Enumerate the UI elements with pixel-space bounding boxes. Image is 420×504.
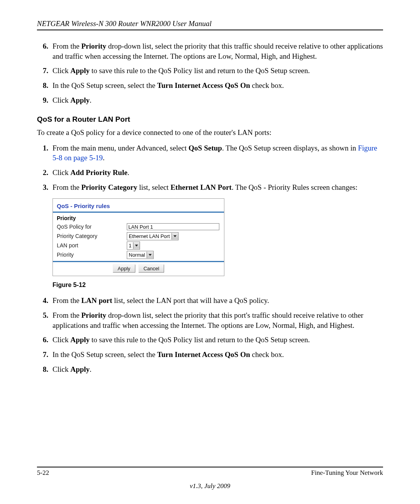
qos-panel: QoS - Priority rules Priority QoS Policy… bbox=[52, 198, 224, 276]
list-item: Click Apply. bbox=[50, 95, 383, 105]
chevron-down-icon[interactable] bbox=[133, 242, 140, 249]
cancel-button[interactable]: Cancel bbox=[138, 264, 164, 273]
header-title: NETGEAR Wireless-N 300 Router WNR2000 Us… bbox=[37, 19, 212, 28]
section-heading: QoS for a Router LAN Port bbox=[37, 115, 383, 124]
list-item: From the main menu, under Advanced, sele… bbox=[50, 143, 383, 163]
footer-chapter: Fine-Tuning Your Network bbox=[311, 469, 383, 477]
footer-version: v1.3, July 2009 bbox=[37, 482, 383, 490]
qos-subheading: Priority bbox=[57, 215, 220, 221]
apply-button[interactable]: Apply bbox=[113, 264, 136, 273]
footer-rule bbox=[37, 467, 383, 467]
select-lan-port-value: 1 bbox=[127, 243, 133, 248]
figure-5-12: QoS - Priority rules Priority QoS Policy… bbox=[52, 198, 383, 289]
list-item: Click Apply to save this rule to the QoS… bbox=[50, 66, 383, 76]
qos-panel-header: QoS - Priority rules bbox=[53, 199, 224, 213]
label-qos-policy-for: QoS Policy for bbox=[57, 224, 127, 230]
list-item: Click Add Priority Rule. bbox=[50, 168, 383, 178]
qos-panel-title: QoS - Priority rules bbox=[57, 203, 110, 209]
select-priority-value: Normal bbox=[127, 252, 147, 258]
upper-ordered-list: From the Priority drop-down list, select… bbox=[37, 41, 383, 105]
row-priority-category: Priority Category Ethernet LAN Port bbox=[57, 231, 220, 241]
chevron-down-icon[interactable] bbox=[147, 252, 153, 258]
page-footer: 5-22 Fine-Tuning Your Network v1.3, July… bbox=[37, 467, 383, 490]
mid-ordered-list: From the main menu, under Advanced, sele… bbox=[37, 143, 383, 192]
label-priority: Priority bbox=[57, 252, 127, 258]
row-lan-port: LAN port 1 bbox=[57, 241, 220, 250]
list-item: From the LAN port list, select the LAN p… bbox=[50, 296, 383, 306]
page-header: NETGEAR Wireless-N 300 Router WNR2000 Us… bbox=[37, 19, 383, 30]
label-lan-port: LAN port bbox=[57, 242, 127, 248]
input-qos-policy-for[interactable]: LAN Port 1 bbox=[127, 223, 219, 230]
list-item: Click Apply. bbox=[50, 364, 383, 374]
chevron-down-icon[interactable] bbox=[172, 233, 178, 240]
list-item: From the Priority drop-down list, select… bbox=[50, 310, 383, 330]
label-priority-category: Priority Category bbox=[57, 233, 127, 239]
page: NETGEAR Wireless-N 300 Router WNR2000 Us… bbox=[0, 0, 420, 504]
list-item: Click Apply to save this rule to the QoS… bbox=[50, 335, 383, 345]
list-item: From the Priority drop-down list, select… bbox=[50, 41, 383, 61]
row-priority: Priority Normal bbox=[57, 250, 220, 259]
row-qos-policy-for: QoS Policy for LAN Port 1 bbox=[57, 222, 220, 231]
select-priority[interactable]: Normal bbox=[127, 251, 154, 259]
lower-ordered-list: From the LAN port list, select the LAN p… bbox=[37, 296, 383, 374]
select-lan-port[interactable]: 1 bbox=[127, 242, 140, 250]
footer-page-number: 5-22 bbox=[37, 469, 49, 477]
list-item: In the QoS Setup screen, select the Turn… bbox=[50, 350, 383, 360]
select-priority-category[interactable]: Ethernet LAN Port bbox=[127, 232, 178, 240]
select-priority-category-value: Ethernet LAN Port bbox=[127, 233, 172, 239]
list-item: In the QoS Setup screen, select the Turn… bbox=[50, 80, 383, 91]
list-item: From the Priority Category list, select … bbox=[50, 182, 383, 192]
qos-buttons: Apply Cancel bbox=[53, 262, 224, 276]
figure-caption: Figure 5-12 bbox=[52, 282, 383, 289]
qos-panel-body: Priority QoS Policy for LAN Port 1 Prior… bbox=[53, 213, 224, 262]
intro-paragraph: To create a QoS policy for a device conn… bbox=[37, 128, 383, 138]
